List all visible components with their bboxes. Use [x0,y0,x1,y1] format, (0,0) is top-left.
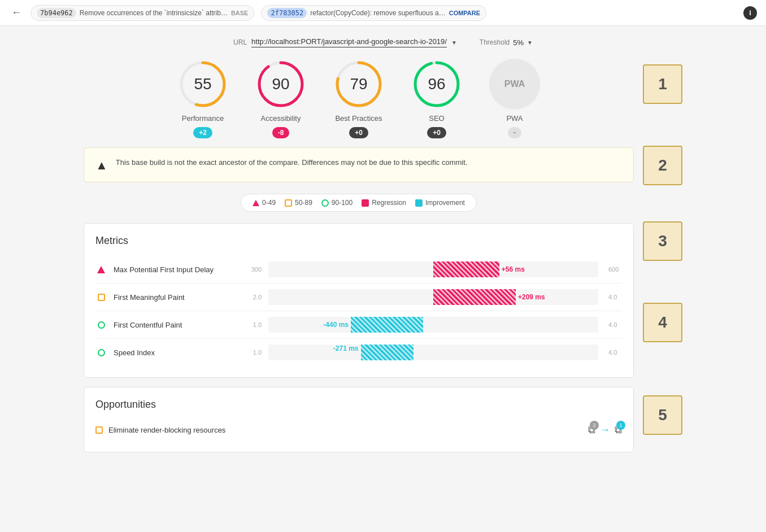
accessibility-label: Accessibility [261,114,301,123]
score-circle-seo: 96 [411,59,462,110]
opp-row: Eliminate render-blocking resources ⧉ 2 … [95,420,622,441]
opportunities-section: Opportunities Eliminate render-blocking … [84,387,634,452]
score-circle-performance: 55 [177,59,228,110]
back-button[interactable]: ← [9,5,24,21]
url-label: URL [233,38,247,46]
warning-icon: ▲ [95,158,108,173]
si-bar-container: -271 ms [268,345,598,360]
scores-row: 55 Performance +2 90 Accessibility [84,59,634,138]
metric-row-si: Speed Index 1.0 -271 ms 4.0 [95,339,622,366]
score-pwa: PWA PWA - [489,59,540,138]
score-best-practices: 79 Best Practices +0 [333,59,384,138]
annotation-box-1: 1 [643,64,682,104]
legend-improvement: Improvement [415,199,465,207]
legend-0-49: 0-49 [253,199,276,207]
score-accessibility: 90 Accessibility -8 [255,59,306,138]
best-practices-label: Best Practices [335,114,382,123]
si-scale-end: 4.0 [605,349,622,356]
si-name: Speed Index [114,348,238,357]
fid-scale-end: 600 [605,266,622,273]
legend-50-89: 50-89 [285,199,312,207]
fcp-bar-label: -440 ms [323,321,349,329]
score-seo: 96 SEO +0 [411,59,462,138]
fid-bar: +56 ms [433,261,499,277]
url-section: URL http://localhost:PORT/javascript-and… [233,37,457,47]
fid-bar-container: +56 ms [268,261,598,277]
base-label: BASE [231,10,249,16]
metric-row-fcp: First Contentful Paint 1.0 -440 ms 4.0 [95,311,622,339]
seo-label: SEO [429,114,444,123]
fcp-bar: -440 ms [351,317,423,333]
metrics-section: Metrics Max Potential First Input Delay … [84,223,634,378]
compare-commit-tag: 2f783052 refactor(CopyCode): remove supe… [261,5,486,21]
seo-badge: +0 [427,127,446,138]
legend-90-100: 90-100 [321,199,352,207]
fmp-scale-end: 4.0 [605,294,622,300]
metric-row-fmp: First Meaningful Paint 2.0 +209 ms 4.0 [95,284,622,311]
metrics-title: Metrics [95,235,622,247]
fmp-bar-label: +209 ms [518,293,545,301]
opp-name: Eliminate render-blocking resources [108,426,225,434]
best-practices-score: 79 [350,75,367,93]
threshold-label: Threshold [480,38,510,46]
annotation-box-4: 4 [643,303,682,342]
url-value: http://localhost:PORT/javascript-and-goo… [251,37,447,47]
fid-icon [95,264,107,275]
legend-90-100-label: 90-100 [332,199,352,207]
performance-score: 55 [194,75,211,93]
fmp-icon [95,291,107,303]
performance-label: Performance [182,114,224,123]
score-circle-best-practices: 79 [333,59,384,110]
compare-label: COMPARE [449,10,480,16]
si-bar: -271 ms [361,345,414,360]
fcp-scale-start: 1.0 [245,321,262,328]
si-icon [95,347,107,358]
legend-0-49-label: 0-49 [262,199,276,207]
pwa-label: PWA [506,114,523,123]
si-bar-label: -271 ms [333,345,359,352]
legend-50-89-label: 50-89 [295,199,312,207]
performance-badge: +2 [193,127,212,138]
base-commit-msg: Remove occurrences of the `intrinsicsize… [80,9,228,17]
fmp-name: First Meaningful Paint [114,293,238,302]
score-circle-accessibility: 90 [255,59,306,110]
base-commit-hash: 7b94e962 [37,8,76,18]
threshold-dropdown-arrow[interactable]: ▼ [527,40,533,46]
annotation-box-3: 3 [643,221,682,261]
fid-bar-label: +56 ms [502,265,525,273]
main-content: URL http://localhost:PORT/javascript-and… [72,26,694,473]
legend-triangle-icon [253,200,259,206]
accessibility-score: 90 [272,75,289,93]
si-scale-start: 1.0 [245,349,262,356]
opp-compare-count: 1 [616,421,625,430]
opp-arrow-icon: → [600,424,610,436]
threshold-section: Threshold 5% ▼ [480,38,533,47]
top-bar: ← 7b94e962 Remove occurrences of the `in… [0,0,766,26]
legend-improvement-icon [415,199,423,207]
annotation-boxes: 1 2 3 4 5 [643,59,682,435]
base-commit-tag: 7b94e962 Remove occurrences of the `intr… [31,5,254,21]
warning-text: This base build is not the exact ancesto… [116,157,468,168]
legend-square-icon [285,199,292,207]
legend-regression: Regression [362,199,406,207]
opp-compare-icon-container: ⧉ 1 [615,424,622,436]
url-dropdown-arrow[interactable]: ▼ [451,40,457,46]
fid-name: Max Potential First Input Delay [114,265,238,274]
warning-box: ▲ This base build is not the exact ances… [84,147,634,182]
fcp-name: First Contentful Paint [114,321,238,329]
opportunities-title: Opportunities [95,399,622,411]
seo-score: 96 [428,75,445,93]
fcp-bar-container: -440 ms [268,317,598,333]
fcp-icon [95,319,107,330]
compare-commit-msg: refactor(CopyCode): remove superfluous a… [310,9,445,17]
legend-improvement-label: Improvement [425,199,465,207]
threshold-value: 5% [513,38,524,47]
fcp-scale-end: 4.0 [605,321,622,328]
pwa-score: PWA [504,79,525,89]
annotation-box-5: 5 [643,395,682,435]
url-threshold-bar: URL http://localhost:PORT/javascript-and… [84,37,682,47]
fid-scale-start: 300 [245,266,262,273]
opp-left: Eliminate render-blocking resources [95,426,225,434]
opp-base-icon-container: ⧉ 2 [588,424,595,436]
info-button[interactable]: i [743,6,757,20]
